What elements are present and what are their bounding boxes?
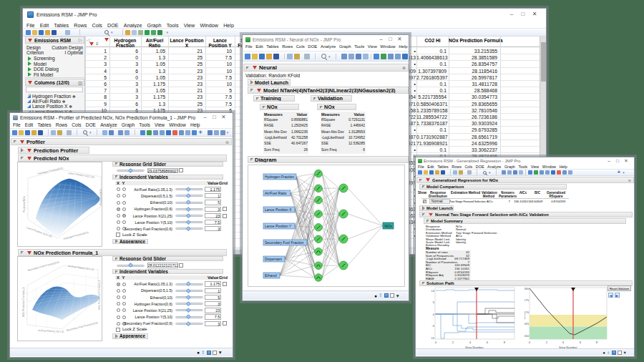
svg-text:165: 165 — [525, 322, 530, 326]
svg-text:AICc: AICc — [525, 313, 526, 319]
svg-text:Air/Fuel Ratio: Air/Fuel Ratio — [265, 191, 287, 195]
svg-text:180: 180 — [525, 287, 530, 290]
svg-text:Dispersant: Dispersant — [265, 257, 283, 261]
svg-text:170: 170 — [525, 310, 530, 314]
svg-text:Air/Fuel Ratio(1.05,1.3): Air/Fuel Ratio(1.05,1.3) — [38, 329, 64, 333]
svg-text:160: 160 — [525, 334, 530, 338]
svg-text:Air/Fuel Ratio(1.05,1.3): Air/Fuel Ratio(1.05,1.3) — [68, 265, 94, 271]
svg-text:Hydrogen Fraction(0,6): Hydrogen Fraction(0,6) — [37, 166, 63, 175]
svg-text:-5: -5 — [431, 324, 434, 328]
svg-text:10: 10 — [431, 289, 435, 293]
svg-text:Predicted NOx: Predicted NOx — [99, 188, 102, 205]
svg-text:Predicted NOx: Predicted NOx — [23, 195, 26, 212]
svg-text:NOx Prediction Formula_1: NOx Prediction Formula_1 — [98, 280, 101, 310]
svg-text:8: 8 — [504, 341, 506, 344]
svg-text:-10: -10 — [431, 336, 435, 340]
svg-text:4: 4 — [469, 341, 472, 344]
svg-text:0: 0 — [435, 341, 437, 344]
svg-text:Hydrogen Fraction(0,6): Hydrogen Fraction(0,6) — [63, 230, 89, 240]
svg-text:Lance Position Y: Lance Position Y — [265, 224, 292, 228]
svg-text:8: 8 — [596, 341, 598, 344]
svg-text:6: 6 — [580, 341, 582, 344]
svg-text:6: 6 — [487, 341, 489, 344]
svg-text:Lance Position X(21,25): Lance Position X(21,25) — [68, 172, 95, 179]
svg-text:Secondary Fuel Fraction(0,6): Secondary Fuel Fraction(0,6) — [27, 260, 59, 272]
svg-text:175: 175 — [525, 298, 530, 302]
svg-text:2: 2 — [452, 341, 454, 344]
svg-text:5: 5 — [433, 300, 435, 304]
svg-text:NOx Prediction Formula_1: NOx Prediction Formula_1 — [22, 288, 25, 317]
svg-text:Lance Position X: Lance Position X — [265, 207, 292, 212]
svg-text:Secondary Fuel Fraction: Secondary Fuel Fraction — [265, 240, 304, 245]
svg-text:2: 2 — [546, 341, 548, 344]
svg-text:Ethanol: Ethanol — [265, 273, 277, 278]
svg-text:0: 0 — [529, 341, 531, 344]
svg-text:Secondary Fuel Fraction(0,6): Secondary Fuel Fraction(0,6) — [66, 321, 98, 332]
svg-text:4: 4 — [562, 341, 565, 344]
svg-text:NOx: NOx — [384, 224, 392, 228]
svg-text:0: 0 — [433, 313, 435, 316]
svg-text:Hydrogen Fraction: Hydrogen Fraction — [265, 175, 294, 179]
